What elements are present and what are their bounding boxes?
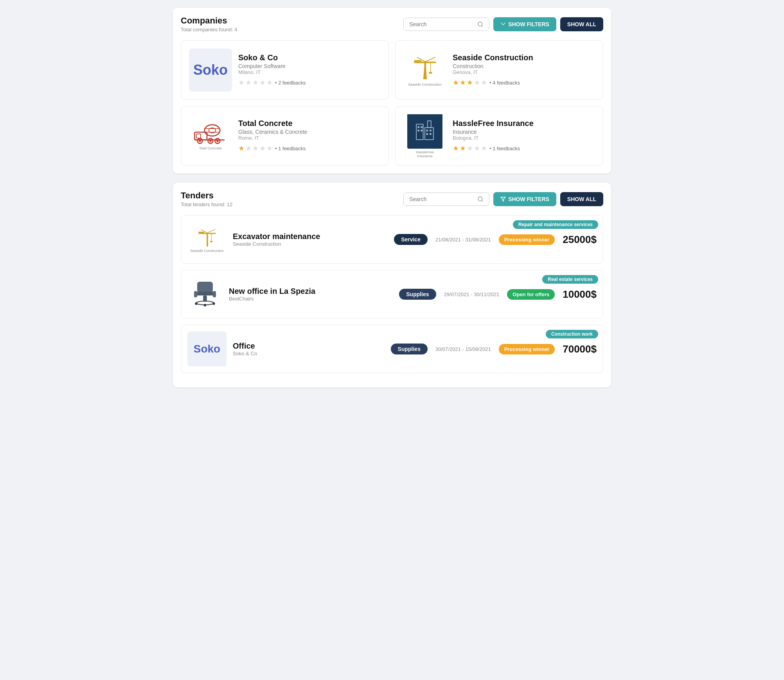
tender-logo-label-excavator: Seaside Construction (190, 249, 224, 253)
tender-card-newoffice[interactable]: Real estate services (181, 270, 603, 318)
svg-rect-28 (421, 126, 423, 128)
chair-icon (189, 279, 221, 310)
svg-line-1 (482, 25, 483, 27)
tender-card-excavator[interactable]: Repair and maintenance services (181, 215, 603, 264)
svg-point-22 (209, 140, 211, 142)
svg-rect-47 (194, 291, 197, 297)
tender-price-newoffice: 10000$ (563, 288, 597, 300)
companies-header: Companies Total companies found: 4 SHOW … (181, 16, 603, 32)
tender-date-excavator: 21/08/2021 - 31/08/2021 (435, 237, 491, 243)
tenders-title-group: Tenders Total tenders found: 12 (181, 191, 232, 207)
company-name-hasslefree: HassleFree Insurance (453, 119, 595, 128)
companies-subtitle: Total companies found: 4 (181, 27, 237, 32)
svg-point-20 (216, 140, 218, 142)
tenders-search-input[interactable] (409, 196, 474, 202)
companies-show-all-button[interactable]: SHOW ALL (560, 17, 603, 31)
companies-search-input[interactable] (409, 21, 474, 27)
company-logo-totalconcrete: Total Concrete (189, 114, 232, 157)
truck-icon (193, 121, 228, 145)
tender-logo-office: Soko (187, 331, 227, 367)
tender-tag-newoffice: Supplies (399, 289, 436, 300)
tenders-title: Tenders (181, 191, 232, 201)
stars-seaside: ★ ★ ★ ★ ★ (453, 78, 487, 87)
tender-info-excavator: Excavator maintenance Seaside Constructi… (233, 232, 388, 247)
tender-company-office: Soko & Co (233, 351, 385, 356)
company-logo-hasslefree: HassleFreeInsurance (403, 114, 446, 157)
svg-marker-37 (501, 197, 505, 201)
building-icon (411, 117, 439, 145)
company-rating-seaside: ★ ★ ★ ★ ★ • 4 feedbacks (453, 78, 595, 87)
svg-rect-40 (198, 232, 204, 233)
stars-soko: ★ ★ ★ ★ ★ (238, 78, 273, 87)
company-info-totalconcrete: Total Concrete Glass, Ceramics & Concret… (238, 119, 381, 153)
tender-body-office: Soko Office Soko & Co Supplies 30/07/202… (181, 325, 603, 373)
svg-rect-32 (430, 130, 431, 131)
tender-tag-excavator: Service (394, 234, 428, 245)
svg-line-36 (482, 200, 483, 201)
company-logo-soko: Soko (189, 49, 232, 92)
svg-point-53 (212, 302, 215, 305)
tender-status-excavator: Processing winner (499, 234, 555, 245)
tender-price-excavator: 25000$ (563, 234, 597, 246)
tender-title-newoffice: New office in La Spezia (229, 287, 393, 296)
feedbacks-seaside: • 4 feedbacks (489, 80, 520, 86)
tender-card-office[interactable]: Construction work Soko Office Soko & Co … (181, 325, 603, 373)
tenders-search-box[interactable] (403, 192, 489, 206)
company-location-totalconcrete: Rome, IT (238, 135, 381, 141)
companies-controls: SHOW FILTERS SHOW ALL (403, 17, 603, 31)
tender-status-newoffice: Open for offers (507, 289, 555, 300)
feedbacks-hasslefree: • 1 feedbacks (489, 146, 520, 151)
svg-rect-48 (213, 291, 216, 297)
company-rating-hasslefree: ★ ★ ★ ★ ★ • 1 feedbacks (453, 144, 595, 153)
tenders-search-icon (477, 196, 484, 202)
tender-price-office: 70000$ (563, 343, 597, 355)
tender-date-office: 30/07/2021 - 15/09/2021 (435, 346, 491, 352)
company-industry-totalconcrete: Glass, Ceramics & Concrete (238, 129, 381, 135)
company-info-hasslefree: HassleFree Insurance Insurance Bologna, … (453, 119, 595, 153)
company-logo-seaside: Seaside Construction (403, 49, 446, 92)
company-industry-seaside: Construction (453, 63, 595, 69)
tender-tag-office: Supplies (391, 344, 428, 354)
feedbacks-totalconcrete: • 1 feedbacks (275, 146, 306, 151)
svg-rect-39 (198, 233, 216, 234)
company-name-totalconcrete: Total Concrete (238, 119, 381, 128)
soko-tender-logo-text: Soko (194, 343, 220, 355)
company-name-soko: Soko & Co (238, 53, 381, 62)
svg-rect-7 (429, 72, 432, 74)
tender-category-excavator: Repair and maintenance services (513, 220, 598, 229)
svg-rect-45 (197, 282, 213, 293)
tender-title-office: Office (233, 342, 385, 351)
tender-category-office: Construction work (546, 330, 598, 338)
svg-point-35 (478, 197, 482, 201)
svg-rect-30 (421, 130, 423, 131)
companies-search-box[interactable] (403, 18, 489, 31)
svg-rect-15 (196, 134, 201, 138)
company-location-seaside: Genova, IT (453, 69, 595, 75)
company-info-seaside: Seaside Construction Construction Genova… (453, 53, 595, 87)
stars-hasslefree: ★ ★ ★ ★ ★ (453, 144, 487, 153)
tenders-section: Tenders Total tenders found: 12 SHOW FIL… (173, 183, 611, 387)
filter-icon (500, 22, 506, 27)
company-card-totalconcrete[interactable]: Total Concrete Total Concrete Glass, Cer… (181, 106, 389, 166)
tenders-show-all-button[interactable]: SHOW ALL (560, 192, 603, 206)
tender-category-newoffice: Real estate services (542, 275, 598, 284)
tender-logo-newoffice (187, 277, 223, 312)
company-industry-hasslefree: Insurance (453, 129, 595, 135)
svg-rect-34 (430, 133, 431, 135)
company-card-soko[interactable]: Soko Soko & Co Computer Software Milano,… (181, 40, 389, 100)
hasslefree-logo-label: HassleFreeInsurance (416, 150, 434, 157)
companies-filter-button[interactable]: SHOW FILTERS (493, 17, 556, 31)
company-location-soko: Milano, IT (238, 69, 381, 75)
tender-company-newoffice: BestChairs (229, 296, 393, 302)
company-card-hasslefree[interactable]: HassleFreeInsurance HassleFree Insurance… (395, 106, 603, 166)
companies-title-group: Companies Total companies found: 4 (181, 16, 237, 32)
feedbacks-soko: • 2 feedbacks (275, 80, 306, 86)
tender-meta-newoffice: Supplies 29/07/2021 - 30/11/2021 Open fo… (399, 288, 597, 300)
svg-rect-29 (418, 130, 419, 131)
companies-grid: Soko Soko & Co Computer Software Milano,… (181, 40, 603, 166)
tenders-subtitle: Total tenders found: 12 (181, 201, 232, 207)
hasslefree-logo-img (407, 114, 442, 149)
tenders-filter-button[interactable]: SHOW FILTERS (493, 192, 556, 206)
svg-rect-42 (210, 241, 212, 242)
company-card-seaside[interactable]: Seaside Construction Seaside Constructio… (395, 40, 603, 100)
